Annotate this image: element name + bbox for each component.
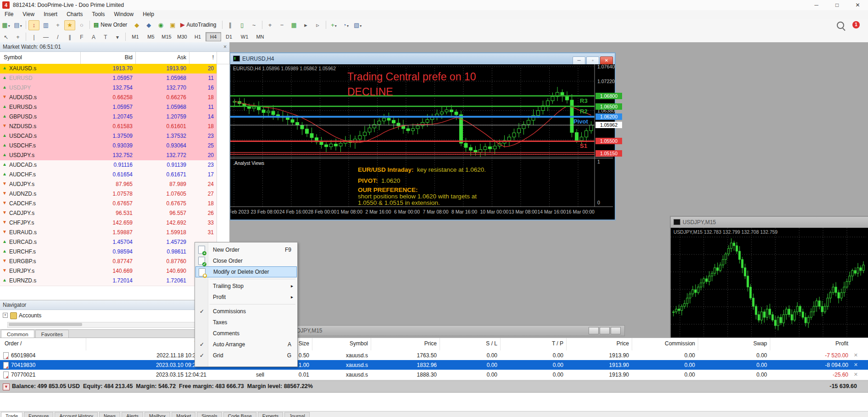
- context-item-commissions[interactable]: ✓Commissions: [195, 306, 297, 317]
- column-header-price[interactable]: Price: [617, 340, 629, 347]
- market-watch-row-usdjpy.s[interactable]: ▲USDJPY.s132.752132.77220: [0, 151, 217, 161]
- tile-windows-icon[interactable]: ▦: [289, 20, 300, 30]
- market-watch-row-audcad.s[interactable]: ▲AUDCAD.s0.911160.9113923: [0, 160, 217, 170]
- menu-insert[interactable]: Insert: [39, 10, 62, 18]
- app-titlebar[interactable]: 4 8812414: DooPrime-Live - Doo Prime Lim…: [0, 0, 868, 11]
- tree-expand-icon[interactable]: +: [3, 313, 8, 318]
- column-header-price[interactable]: Price: [424, 340, 437, 347]
- terminal-tab-experts[interactable]: Experts: [258, 412, 284, 417]
- market-watch-row-eurjpy.s[interactable]: ▼EURJPY.s140.669140.690: [0, 266, 217, 276]
- column-header-ask[interactable]: Ask: [177, 54, 186, 61]
- menu-window[interactable]: Window: [110, 10, 139, 18]
- terminal-tab-alerts[interactable]: Alerts: [122, 412, 143, 417]
- market-watch-row-audchf.s[interactable]: ▲AUDCHF.s0.616540.6167117: [0, 170, 217, 180]
- menu-help[interactable]: Help: [138, 10, 159, 18]
- timeframe-m15[interactable]: M15: [159, 32, 174, 41]
- terminal-tab-journal[interactable]: Journal: [284, 412, 309, 417]
- close-button[interactable]: ✕: [847, 0, 868, 10]
- market-watch-row-eurusd[interactable]: ▲EURUSD1.059571.0596811: [0, 73, 217, 84]
- timeframe-m1[interactable]: M1: [128, 32, 143, 41]
- order-row-70770021[interactable]: 707700212023.03.15 12:04:21sell0.01xauus…: [0, 370, 868, 380]
- context-item-taxes[interactable]: Taxes: [195, 317, 297, 328]
- close-order-icon[interactable]: ✕: [854, 362, 858, 368]
- navigator-toggle-icon[interactable]: +: [52, 20, 63, 30]
- search-icon[interactable]: [837, 22, 844, 29]
- close-order-icon[interactable]: ✕: [854, 372, 858, 378]
- context-item-profit[interactable]: Profit▸: [195, 292, 297, 303]
- eurusd-window-titlebar[interactable]: EURUSD,H4─▫✕: [230, 53, 615, 64]
- market-watch-titlebar[interactable]: Market Watch: 06:51:01 ×: [0, 42, 229, 52]
- timeframe-m5[interactable]: M5: [143, 32, 159, 41]
- context-item-grid[interactable]: ✓GridG: [195, 350, 297, 361]
- market-watch-row-eurusd.s[interactable]: ▲EURUSD.s1.059571.0596811: [0, 102, 217, 113]
- symbol-search-icon[interactable]: ○: [76, 20, 87, 30]
- text-tool-icon[interactable]: A: [88, 32, 99, 42]
- context-item-auto-arrange[interactable]: ✓Auto ArrangeA: [195, 339, 297, 350]
- new-chart-icon[interactable]: ▦▾: [0, 20, 11, 30]
- menu-tools[interactable]: Tools: [88, 10, 110, 18]
- menu-view[interactable]: View: [18, 10, 39, 18]
- candlestick-mode-icon[interactable]: ▯: [237, 20, 248, 30]
- terminal-tab-signals[interactable]: Signals: [197, 412, 222, 417]
- timeframe-h1[interactable]: H1: [190, 32, 206, 41]
- context-item-close-order[interactable]: ✓Close Order: [195, 255, 297, 266]
- order-row-70419830[interactable]: 704198302023.03.10 09:26:15sell1.00xauus…: [0, 360, 868, 370]
- market-watch-row-euraud.s[interactable]: ▼EURAUD.s1.598871.5991831: [0, 228, 217, 238]
- publish-icon[interactable]: ◆: [131, 20, 142, 30]
- options-icon[interactable]: ▣: [167, 20, 178, 30]
- signals-icon[interactable]: ◉: [155, 20, 166, 30]
- market-watch-row-chfjpy.s[interactable]: ▼CHFJPY.s142.659142.69233: [0, 218, 217, 228]
- shapes-dropdown-icon[interactable]: ▾: [112, 32, 123, 42]
- window-minimize-button[interactable]: [589, 327, 599, 334]
- column-header-symbol[interactable]: Symbol: [350, 340, 368, 347]
- bar-chart-mode-icon[interactable]: ∥: [225, 20, 236, 30]
- close-icon[interactable]: ×: [223, 44, 227, 50]
- column-header-size[interactable]: Size: [299, 340, 309, 347]
- market-watch-row-eurgbp.s[interactable]: ▼EURGBP.s0.877470.87760: [0, 257, 217, 267]
- column-header-t-p[interactable]: T / P: [552, 340, 563, 347]
- zoom-out-icon[interactable]: −: [277, 20, 288, 30]
- market-watch-row-eurnzd.s[interactable]: ▲EURNZD.s1.720141.72061: [0, 276, 217, 286]
- context-item-new-order[interactable]: +New OrderF9: [195, 244, 297, 255]
- column-header-commission[interactable]: Commission: [665, 340, 695, 347]
- market-watch-row-audjpy.s[interactable]: ▼AUDJPY.s87.96587.98924: [0, 180, 217, 190]
- context-item-trailing-stop[interactable]: Trailing Stop▸: [195, 281, 297, 292]
- column-header-profit[interactable]: Profit: [835, 340, 848, 347]
- timeframe-m30[interactable]: M30: [174, 32, 190, 41]
- periods-icon[interactable]: ◔▾: [340, 20, 351, 30]
- market-watch-row-audnzd.s[interactable]: ▼AUDNZD.s1.075781.0760527: [0, 189, 217, 199]
- market-watch-row-eurchf.s[interactable]: ▲EURCHF.s0.985940.98611: [0, 247, 217, 257]
- terminal-tab-exposure[interactable]: Exposure: [24, 412, 53, 417]
- market-watch-row-gbpusd.s[interactable]: ▲GBPUSD.s1.207451.2075914: [0, 112, 217, 122]
- cursor-tool-icon[interactable]: ↖: [0, 32, 11, 42]
- column-header-bid[interactable]: Bid: [125, 54, 133, 61]
- profiles-icon[interactable]: ▤▾: [12, 20, 23, 30]
- market-watch-toggle-icon[interactable]: ↕: [28, 20, 39, 30]
- market-watch-row-xauusd.s[interactable]: ▲XAUUSD.s1913.701913.9020: [0, 64, 217, 74]
- terminal-tab-code-base[interactable]: Code Base: [223, 412, 256, 417]
- context-item-modify-or-delete-order[interactable]: ✱Modify or Delete Order: [195, 266, 297, 277]
- terminal-tab-news[interactable]: News: [99, 412, 120, 417]
- terminal-tab-account-history[interactable]: Account History: [55, 412, 98, 417]
- close-order-icon[interactable]: ✕: [854, 352, 858, 358]
- market-watch-row-cadjpy.s[interactable]: ▼CADJPY.s96.53196.55726: [0, 208, 217, 219]
- label-tool-icon[interactable]: T: [100, 32, 111, 42]
- line-chart-mode-icon[interactable]: ~: [249, 20, 260, 30]
- column-header-spread[interactable]: !: [212, 54, 214, 61]
- usdjpy-window-titlebar[interactable]: USDJPY,M15: [671, 217, 868, 228]
- market-watch-row-nzdusd.s[interactable]: ▼NZDUSD.s0.615830.6160118: [0, 122, 217, 132]
- minimize-button[interactable]: ─: [806, 0, 827, 10]
- terminal-tab-trade[interactable]: Trade: [1, 412, 22, 417]
- channel-tool-icon[interactable]: ∥: [64, 32, 75, 42]
- market-watch-row-usdjpy[interactable]: ▲USDJPY132.754132.77016: [0, 83, 217, 93]
- timeframe-w1[interactable]: W1: [237, 32, 252, 41]
- window-close-button[interactable]: [611, 327, 621, 334]
- timeframe-h4[interactable]: H4: [206, 32, 221, 41]
- chart-shift-icon[interactable]: ▹: [312, 20, 323, 30]
- data-window-toggle-icon[interactable]: ▥: [40, 20, 51, 30]
- market-watch-row-usdcad.s[interactable]: ▲USDCAD.s1.375091.3753223: [0, 131, 217, 141]
- order-row-65019804[interactable]: 650198042022.11.18 10:3sell0.50xauusd.s1…: [0, 350, 868, 361]
- favorites-icon[interactable]: ★: [64, 20, 75, 30]
- indicators-icon[interactable]: +▾: [328, 20, 339, 30]
- navigator-hscrollbar[interactable]: [7, 322, 224, 328]
